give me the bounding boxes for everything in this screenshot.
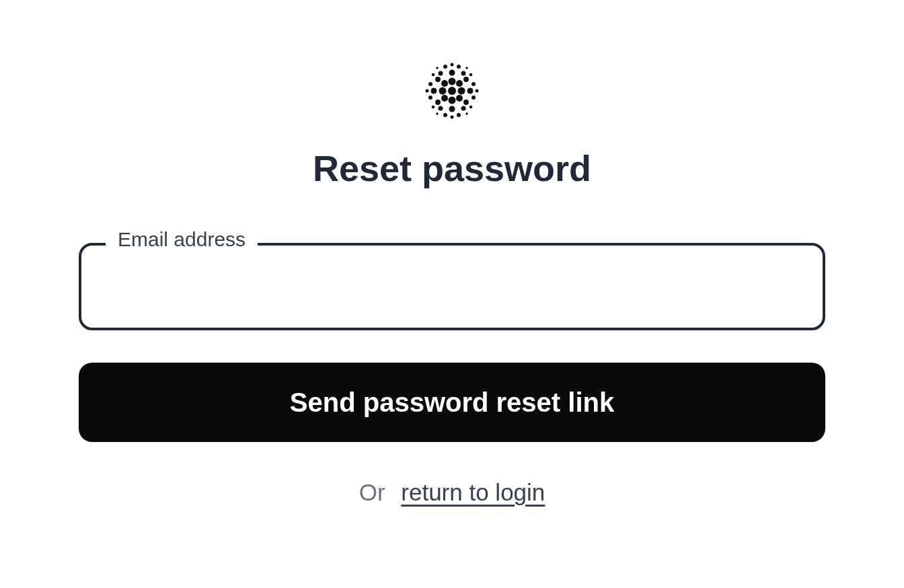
svg-point-24 — [457, 113, 461, 117]
send-reset-link-button[interactable]: Send password reset link — [79, 363, 825, 442]
svg-point-12 — [467, 88, 474, 94]
svg-point-39 — [436, 112, 439, 115]
email-field[interactable] — [79, 243, 825, 330]
svg-point-38 — [465, 67, 468, 69]
svg-point-16 — [463, 100, 469, 105]
svg-point-18 — [461, 71, 466, 76]
svg-point-28 — [472, 82, 476, 86]
svg-point-32 — [476, 89, 479, 93]
svg-point-25 — [451, 63, 454, 67]
logo-icon — [418, 57, 486, 127]
svg-point-2 — [449, 97, 456, 104]
svg-point-35 — [432, 106, 435, 108]
svg-point-17 — [439, 71, 443, 76]
svg-point-31 — [426, 89, 429, 93]
footer-text: Or return to login — [79, 479, 825, 506]
return-to-login-link[interactable]: return to login — [401, 479, 545, 505]
svg-point-7 — [441, 95, 448, 102]
svg-point-29 — [428, 96, 432, 100]
svg-point-34 — [469, 73, 472, 76]
svg-point-26 — [451, 116, 454, 119]
svg-point-9 — [449, 70, 455, 76]
svg-point-5 — [441, 80, 448, 87]
svg-point-8 — [456, 95, 463, 102]
svg-point-36 — [469, 106, 472, 108]
svg-point-13 — [435, 77, 441, 82]
svg-point-14 — [463, 77, 469, 82]
svg-point-33 — [432, 73, 435, 76]
svg-point-1 — [449, 78, 456, 85]
email-field-wrapper: Email address — [79, 243, 825, 330]
svg-point-0 — [448, 87, 456, 95]
email-label: Email address — [106, 228, 258, 251]
svg-point-6 — [456, 80, 463, 87]
svg-point-3 — [439, 87, 447, 95]
svg-point-23 — [443, 113, 447, 117]
svg-point-27 — [428, 82, 432, 86]
svg-point-19 — [439, 106, 443, 111]
svg-point-11 — [431, 88, 437, 94]
svg-point-15 — [435, 100, 441, 105]
svg-point-4 — [458, 87, 465, 95]
svg-point-21 — [443, 65, 447, 69]
reset-form: Email address Send password reset link O… — [79, 243, 825, 506]
footer-prefix: Or — [359, 479, 385, 505]
page-title: Reset password — [313, 147, 591, 189]
svg-point-30 — [472, 96, 476, 100]
svg-point-10 — [449, 106, 455, 112]
svg-point-22 — [457, 65, 461, 69]
svg-point-40 — [465, 112, 468, 115]
svg-point-37 — [436, 67, 439, 69]
svg-point-20 — [461, 106, 466, 111]
